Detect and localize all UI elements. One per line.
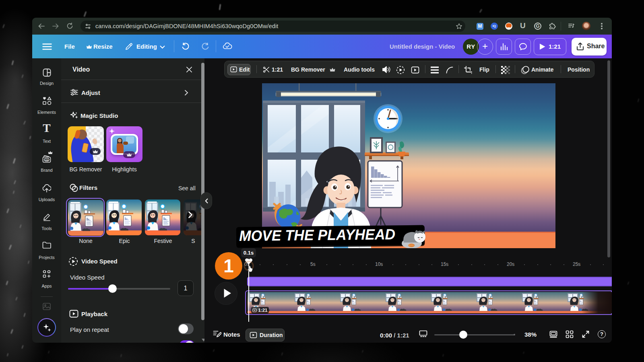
- svg-text:co: co: [45, 158, 48, 161]
